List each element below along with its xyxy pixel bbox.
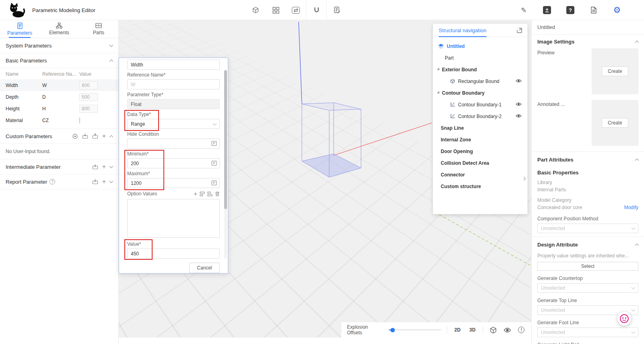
delete-option-icon[interactable]: [215, 191, 220, 197]
param-value-box[interactable]: 800: [79, 105, 98, 113]
robot-face-icon: [619, 314, 629, 323]
cat-logo-icon[interactable]: [7, 2, 25, 19]
add-parameter-icon[interactable]: +: [102, 164, 106, 170]
tree-item-label: Snap Line: [441, 125, 464, 131]
tab-parameters[interactable]: Parameters: [0, 20, 39, 38]
document-icon[interactable]: [589, 6, 598, 15]
option-values-textarea[interactable]: [127, 199, 220, 238]
tree-item-rectangular-bound[interactable]: Rectangular Bound: [433, 75, 527, 87]
help-question-icon[interactable]: ?: [50, 179, 55, 184]
visibility-eye-icon[interactable]: [516, 114, 522, 118]
view-2d-button[interactable]: 2D: [453, 326, 462, 334]
isometric-cube-icon[interactable]: [489, 325, 497, 334]
dialog-scrollbar[interactable]: [224, 70, 227, 259]
generate-foot-line-select[interactable]: Unselected: [537, 327, 638, 337]
components-grid-icon[interactable]: [266, 0, 286, 20]
formula-editor-icon[interactable]: [211, 141, 217, 147]
import-icon[interactable]: [92, 179, 98, 184]
view-3d-button[interactable]: 3D: [468, 326, 477, 334]
section-design-attribute[interactable]: Design Attribute: [537, 238, 638, 251]
section-part-attributes[interactable]: Part Attributes: [537, 153, 638, 166]
data-type-select[interactable]: Range: [127, 119, 220, 129]
reference-name-input[interactable]: [127, 79, 220, 89]
tree-item-contour-boundary[interactable]: Contour Boundary: [433, 87, 527, 99]
tree-item-custom-structure[interactable]: Custom structure: [433, 180, 527, 192]
minimum-input[interactable]: [127, 158, 220, 168]
section-custom-parameters[interactable]: Custom Parameters +: [0, 129, 118, 144]
swap-icon[interactable]: ⇄: [286, 0, 306, 20]
concealed-door-core-label: Concealed door core: [537, 204, 582, 211]
tree-item-contour-boundary-1[interactable]: Contour Boundary-1: [433, 99, 527, 110]
panel-collapse-chevron[interactable]: [521, 174, 527, 183]
value-label: Value*: [127, 242, 220, 247]
add-parameter-icon[interactable]: +: [102, 133, 106, 139]
section-report-parameter[interactable]: Report Parameter ? +: [0, 174, 118, 189]
import-icon[interactable]: [82, 133, 88, 139]
assistant-robot-button[interactable]: [617, 312, 631, 325]
assembly-cube-icon[interactable]: [246, 0, 266, 20]
visibility-eye-icon[interactable]: [516, 79, 522, 83]
component-position-method-select[interactable]: Unselected: [537, 224, 638, 233]
collapse-triangle-icon[interactable]: [437, 68, 440, 71]
material-swatch[interactable]: [79, 117, 80, 124]
collapse-triangle-icon[interactable]: [437, 91, 440, 95]
tree-item-connector[interactable]: Connector: [433, 169, 527, 180]
maximum-input[interactable]: [127, 178, 220, 188]
tab-elements[interactable]: Elements: [39, 20, 79, 38]
info-icon[interactable]: !: [517, 325, 526, 334]
tree-item-part[interactable]: Part: [433, 52, 527, 64]
hide-condition-input[interactable]: [127, 139, 220, 149]
section-intermediate-parameter[interactable]: Intermediate Parameter +: [0, 160, 118, 174]
select-button[interactable]: Select: [537, 262, 638, 271]
add-parameter-icon[interactable]: +: [102, 179, 106, 184]
tree-item-label: Part: [445, 55, 454, 61]
chart-upload-icon[interactable]: [543, 6, 551, 15]
document-edit-icon[interactable]: [327, 0, 347, 20]
table-row-depth[interactable]: Depth D 500: [0, 91, 118, 103]
param-name: Width: [6, 83, 42, 88]
magnet-icon[interactable]: [306, 0, 326, 20]
visibility-eye-icon[interactable]: [503, 325, 512, 334]
slider-thumb[interactable]: [390, 328, 395, 332]
param-value-box[interactable]: 600: [79, 81, 98, 89]
create-annotated-button[interactable]: Create: [602, 118, 628, 128]
table-row-width[interactable]: Width W 600: [0, 79, 118, 91]
tree-item-snap-line[interactable]: Snap Line: [433, 122, 527, 134]
tree-item-collision-detect-area[interactable]: Collision Detect Area: [433, 157, 527, 169]
export-icon[interactable]: [92, 133, 98, 139]
import-icon[interactable]: [92, 164, 98, 170]
section-system-parameters[interactable]: System Parameters: [0, 38, 118, 53]
settings-gear-icon[interactable]: ⚙: [613, 6, 621, 15]
param-value-box[interactable]: 500: [79, 93, 98, 101]
insert-row-below-icon[interactable]: [207, 191, 213, 197]
section-image-settings[interactable]: Image Settings: [537, 35, 638, 48]
tree-item-internal-zone[interactable]: Internal Zone: [433, 134, 527, 145]
formula-editor-icon[interactable]: [211, 180, 217, 186]
table-row-height[interactable]: Height H 800: [0, 103, 118, 114]
visibility-eye-icon[interactable]: [516, 102, 522, 106]
insert-row-above-icon[interactable]: [200, 191, 205, 197]
tab-parts[interactable]: Parts: [79, 20, 118, 38]
tree-item-contour-boundary-2[interactable]: Contour Boundary-2: [433, 110, 527, 122]
visibility-target-icon[interactable]: [72, 133, 78, 139]
edit-pencil-icon[interactable]: ✎: [519, 6, 528, 15]
expand-panel-icon[interactable]: [516, 27, 522, 33]
cancel-button[interactable]: Cancel: [189, 263, 220, 273]
modify-link[interactable]: Modify: [624, 205, 638, 210]
add-option-icon[interactable]: +: [194, 191, 197, 197]
scrollbar-thumb[interactable]: [224, 70, 227, 209]
tree-item-untitled[interactable]: Untitled: [433, 40, 527, 52]
chevron-right-icon: [522, 177, 526, 181]
structural-navigation-title[interactable]: Structural navigation: [439, 27, 487, 33]
formula-editor-icon[interactable]: [211, 160, 217, 166]
explosion-offsets-slider[interactable]: [389, 327, 441, 332]
table-row-material[interactable]: Material CZ: [0, 114, 118, 126]
section-basic-parameters[interactable]: Basic Parameters: [0, 53, 118, 68]
create-preview-button[interactable]: Create: [602, 66, 628, 76]
value-input[interactable]: [127, 249, 220, 259]
tree-item-exterior-bound[interactable]: Exterior Bound: [433, 64, 527, 75]
help-icon[interactable]: ?: [566, 6, 575, 15]
generate-countertop-select[interactable]: Unselected: [537, 283, 638, 293]
tree-item-door-opening[interactable]: Door Opening: [433, 145, 527, 157]
parameter-name-input[interactable]: [127, 60, 220, 70]
